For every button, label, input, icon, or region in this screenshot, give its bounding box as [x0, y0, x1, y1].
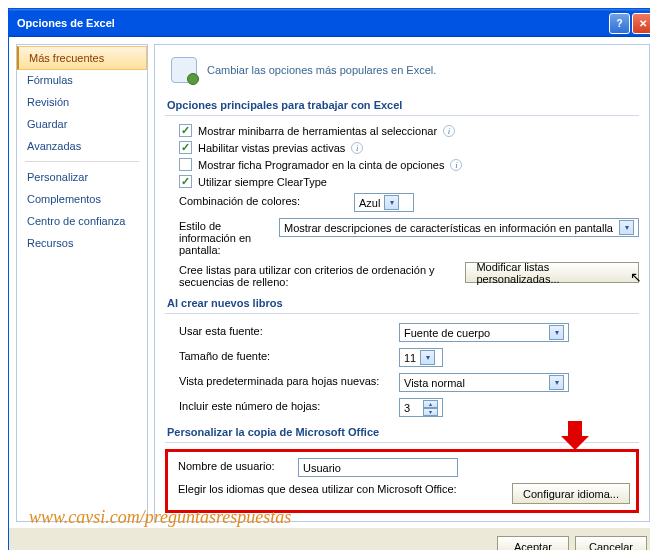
sidebar-item-popular[interactable]: Más frecuentes	[17, 46, 147, 70]
label-fontsize: Tamaño de fuente:	[179, 348, 389, 362]
select-fontsize[interactable]: 11▾	[399, 348, 443, 367]
checkbox-cleartype[interactable]	[179, 175, 192, 188]
cancel-button[interactable]: Cancelar	[575, 536, 647, 550]
label-colorscheme: Combinación de colores:	[179, 193, 344, 207]
chevron-down-icon: ▾	[549, 325, 564, 340]
label-livepreview: Habilitar vistas previas activas	[198, 142, 345, 154]
category-sidebar: Más frecuentes Fórmulas Revisión Guardar…	[16, 44, 148, 522]
checkbox-devtab[interactable]	[179, 158, 192, 171]
select-defaultview[interactable]: Vista normal▾	[399, 373, 569, 392]
chevron-down-icon: ▾	[384, 195, 399, 210]
label-minibar: Mostrar minibarra de herramientas al sel…	[198, 125, 437, 137]
section-main-title: Opciones principales para trabajar con E…	[165, 93, 639, 116]
language-settings-button[interactable]: Configurar idioma...	[512, 483, 630, 504]
label-customlists: Cree listas para utilizar con criterios …	[179, 262, 455, 288]
label-username: Nombre de usuario:	[178, 458, 288, 472]
options-panel: Cambiar las opciones más populares en Ex…	[154, 44, 650, 522]
label-screentip: Estilo de información en pantalla:	[179, 218, 269, 256]
sidebar-item-trust[interactable]: Centro de confianza	[17, 210, 147, 232]
window-title: Opciones de Excel	[17, 17, 115, 29]
sidebar-item-resources[interactable]: Recursos	[17, 232, 147, 254]
annotation-highlight: Nombre de usuario: Usuario Elegir los id…	[165, 449, 639, 513]
info-icon[interactable]: i	[450, 159, 462, 171]
ok-button[interactable]: Aceptar	[497, 536, 569, 550]
section-newbook-title: Al crear nuevos libros	[165, 291, 639, 314]
label-sheetcount: Incluir este número de hojas:	[179, 398, 389, 412]
titlebar: Opciones de Excel ? ✕	[9, 9, 650, 37]
spinner-sheetcount[interactable]: 3 ▴ ▾	[399, 398, 443, 417]
panel-heading: Cambiar las opciones más populares en Ex…	[207, 64, 436, 76]
close-button[interactable]: ✕	[632, 13, 650, 34]
sidebar-item-customize[interactable]: Personalizar	[17, 166, 147, 188]
input-username[interactable]: Usuario	[298, 458, 458, 477]
select-font[interactable]: Fuente de cuerpo▾	[399, 323, 569, 342]
info-icon[interactable]: i	[443, 125, 455, 137]
sidebar-item-save[interactable]: Guardar	[17, 113, 147, 135]
cursor-icon: ↖	[630, 269, 642, 285]
chevron-down-icon[interactable]: ▾	[423, 408, 438, 416]
chevron-down-icon: ▾	[619, 220, 634, 235]
excel-options-window: Opciones de Excel ? ✕ Más frecuentes Fór…	[8, 8, 650, 550]
checkbox-minibar[interactable]	[179, 124, 192, 137]
help-button[interactable]: ?	[609, 13, 630, 34]
label-language: Elegir los idiomas que desea utilizar co…	[178, 483, 502, 495]
checkbox-livepreview[interactable]	[179, 141, 192, 154]
edit-custom-lists-button[interactable]: Modificar listas personalizadas... ↖	[465, 262, 639, 283]
label-devtab: Mostrar ficha Programador en la cinta de…	[198, 159, 444, 171]
chevron-down-icon: ▾	[420, 350, 435, 365]
chevron-up-icon[interactable]: ▴	[423, 400, 438, 408]
label-font: Usar esta fuente:	[179, 323, 389, 337]
select-colorscheme[interactable]: Azul▾	[354, 193, 414, 212]
label-cleartype: Utilizar siempre ClearType	[198, 176, 327, 188]
chevron-down-icon: ▾	[549, 375, 564, 390]
options-icon	[171, 57, 197, 83]
sidebar-item-formulas[interactable]: Fórmulas	[17, 69, 147, 91]
sidebar-item-proofing[interactable]: Revisión	[17, 91, 147, 113]
sidebar-item-addins[interactable]: Complementos	[17, 188, 147, 210]
annotation-arrow-icon	[561, 421, 589, 450]
label-defaultview: Vista predeterminada para hojas nuevas:	[179, 373, 389, 387]
select-screentip[interactable]: Mostrar descripciones de características…	[279, 218, 639, 237]
info-icon[interactable]: i	[351, 142, 363, 154]
sidebar-item-advanced[interactable]: Avanzadas	[17, 135, 147, 157]
dialog-footer: Aceptar Cancelar	[9, 528, 650, 550]
